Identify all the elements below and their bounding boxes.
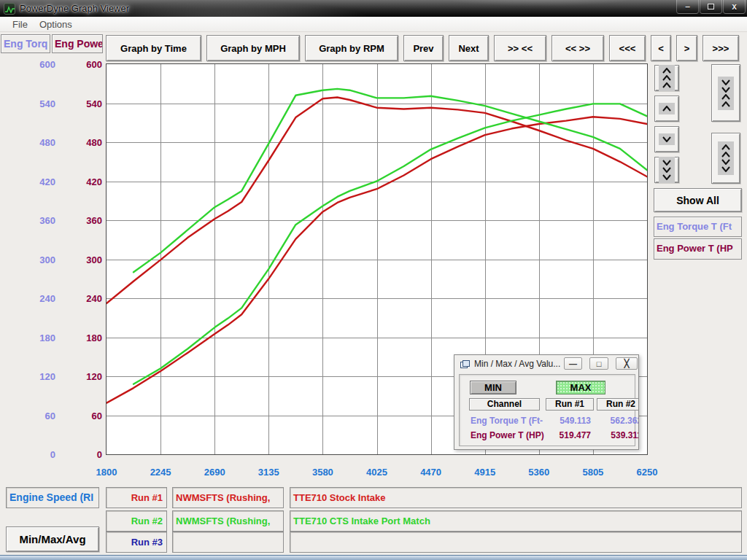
minmax-close-button[interactable]: ╳ [616, 357, 638, 370]
toolbar-button-[interactable]: >> << [494, 35, 546, 61]
ytick-power-0: 0 [55, 449, 102, 460]
run-3-name-box [172, 532, 284, 553]
toolbar-button-[interactable]: >>> [703, 35, 739, 61]
app-icon [4, 3, 15, 15]
chevron-down-icon [662, 136, 671, 142]
minmax-row-run2-value: 539.311 [597, 430, 639, 440]
xtick-4025: 4025 [366, 467, 387, 478]
zoom-in-y-button[interactable] [711, 64, 740, 122]
ytick-power-300: 300 [55, 254, 102, 265]
run-2-name-box: NWMSFTS (Rushing, [172, 510, 284, 532]
chevron-up-icon [721, 152, 730, 158]
menu-item-options[interactable]: Options [34, 18, 78, 31]
toolbar-button-[interactable]: <<< [609, 35, 646, 61]
chevron-down-icon [721, 159, 730, 165]
scroll-down-button-icon-patch [659, 133, 675, 145]
engine-speed-label: Engine Speed (RI [6, 487, 99, 508]
scroll-down-fast-button-icon-patch [659, 157, 675, 183]
legend-torque-label: Eng Torque T (Ft [654, 217, 742, 237]
window-bottom-border [0, 555, 747, 560]
run-label-1: Run #1 [106, 487, 167, 508]
ytick-torque-60: 60 [0, 410, 55, 421]
minmax-title-bar[interactable]: Min / Max / Avg Valu... — □ ╳ [454, 355, 638, 373]
restore-button[interactable] [700, 0, 722, 14]
toolbar-button-graph-by-time[interactable]: Graph by Time [106, 35, 201, 61]
chevron-up-icon [721, 144, 730, 150]
toolbar-button-prev[interactable]: Prev [403, 35, 444, 61]
toolbar-button-[interactable]: < [651, 35, 671, 61]
run-label-2: Run #2 [106, 510, 167, 532]
ytick-torque-240: 240 [0, 293, 55, 304]
power-axis-button[interactable]: Eng Powe [52, 34, 103, 53]
scroll-down-button[interactable] [654, 126, 679, 152]
minmax-column-run-2: Run #2 [597, 398, 639, 411]
chevron-down-icon [721, 87, 730, 93]
minmax-window: Min / Max / Avg Valu... — □ ╳ MIN MAX Ch… [454, 354, 639, 450]
title-bar: PowerDyne Graph Viewer – x [0, 0, 747, 17]
scroll-up-button[interactable] [654, 96, 679, 122]
torque-axis-button[interactable]: Eng Torq [1, 34, 50, 53]
xtick-2245: 2245 [150, 467, 171, 478]
restore-icon [708, 4, 714, 9]
xtick-3580: 3580 [312, 467, 333, 478]
minmax-minimize-button[interactable]: — [564, 357, 582, 370]
xtick-2690: 2690 [204, 467, 225, 478]
scroll-down-fast-button[interactable] [654, 157, 679, 183]
chevron-up-icon [662, 68, 671, 74]
ytick-torque-480: 480 [0, 137, 55, 148]
minmax-column-run-1: Run #1 [546, 398, 594, 411]
zoom-out-y-button[interactable] [711, 133, 740, 184]
legend-power-label: Eng Power T (HP [654, 238, 742, 260]
chevron-up-icon [662, 106, 671, 112]
curve-torque-run2 [133, 89, 647, 272]
minmax-row-channel: Eng Torque T (Ft- [471, 416, 543, 426]
toolbar-button-graph-by-rpm[interactable]: Graph by RPM [305, 35, 398, 61]
toolbar-button-[interactable]: > [676, 35, 697, 61]
chevron-up-icon [721, 101, 730, 107]
ytick-power-600: 600 [55, 59, 102, 70]
curve-power-run2 [133, 104, 647, 384]
minimize-button[interactable]: – [676, 0, 699, 14]
document-icon [460, 360, 470, 368]
xtick-4915: 4915 [474, 467, 495, 478]
zoom-out-y-button-icon-patch [718, 141, 734, 175]
ytick-power-540: 540 [55, 98, 102, 109]
chevron-down-icon [721, 166, 730, 172]
scroll-up-fast-button-icon-patch [659, 65, 675, 91]
toolbar-button-[interactable]: << >> [551, 35, 604, 61]
window-title: PowerDyne Graph Viewer [20, 3, 129, 14]
ytick-torque-360: 360 [0, 215, 55, 226]
max-button[interactable]: MAX [556, 381, 605, 394]
min-button[interactable]: MIN [470, 381, 516, 394]
xtick-4470: 4470 [420, 467, 441, 478]
minmax-row-channel: Eng Power T (HP) [471, 430, 544, 440]
ytick-torque-120: 120 [0, 371, 55, 382]
xtick-6250: 6250 [637, 467, 658, 478]
ytick-power-360: 360 [55, 215, 102, 226]
run-label-3: Run #3 [106, 532, 167, 553]
toolbar-button-graph-by-mph[interactable]: Graph by MPH [206, 35, 300, 61]
xtick-5360: 5360 [528, 467, 549, 478]
toolbar-button-next[interactable]: Next [449, 35, 489, 61]
ytick-torque-300: 300 [0, 254, 55, 265]
xtick-5805: 5805 [582, 467, 603, 478]
menu-item-file[interactable]: File [7, 18, 34, 31]
run-1-description-box: TTE710 Stock Intake [290, 487, 742, 508]
chevron-up-icon [662, 82, 671, 88]
chevron-up-icon [662, 75, 671, 81]
minmaxavg-button[interactable]: Min/Max/Avg [6, 526, 99, 552]
ytick-power-180: 180 [55, 332, 102, 343]
xtick-1800: 1800 [96, 467, 117, 478]
minmax-panel: MIN MAX ChannelRun #1Run #2Eng Torque T … [459, 374, 635, 446]
chevron-down-icon [721, 79, 730, 85]
minmax-restore-button[interactable]: □ [589, 357, 608, 370]
ytick-torque-540: 540 [0, 98, 55, 109]
window-controls: – x [676, 0, 746, 14]
show-all-button[interactable]: Show All [654, 188, 742, 212]
close-button[interactable]: x [723, 0, 746, 14]
scroll-up-fast-button[interactable] [654, 65, 679, 91]
ytick-torque-420: 420 [0, 176, 55, 187]
curve-torque-run1 [107, 98, 647, 304]
minmax-column-channel: Channel [469, 398, 540, 411]
run-3-description-box [290, 532, 742, 553]
